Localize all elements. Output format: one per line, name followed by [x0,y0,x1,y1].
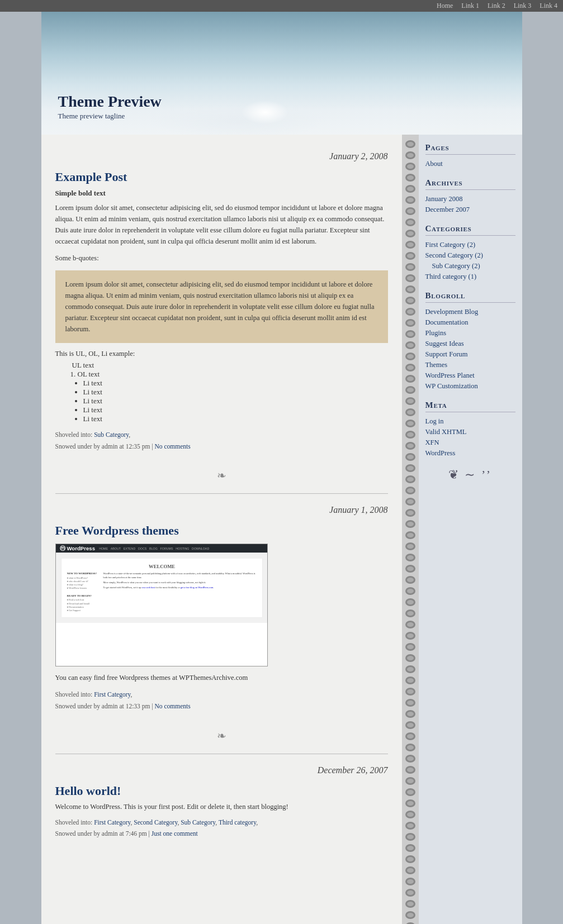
wp-link-1: on a web host [141,586,155,589]
sidebar-item-subcat[interactable]: Sub Category (2) [432,261,515,270]
spiral-ring [405,140,415,148]
category-link-3b[interactable]: Second Category [134,819,177,826]
spiral-ring [405,285,415,293]
spiral-ring [405,744,415,751]
sidebar-link-about[interactable]: About [425,160,443,168]
wp-left-text-8: ♦ Get Support [67,609,99,612]
spiral-ring [405,777,415,785]
sidebar-item-secondcat[interactable]: Second Category (2) [425,251,515,260]
post-title-2[interactable]: Free Wordpress themes [55,523,388,538]
sidebar-link-wordpress[interactable]: WordPress [425,449,456,457]
category-link-3d[interactable]: Third category [219,819,256,826]
post-title-link-2[interactable]: Free Wordpress themes [55,523,179,537]
sidebar-item-supportforum[interactable]: Support Forum [425,350,515,359]
post-date-1: January 2, 2008 [55,151,388,161]
sidebar-link-dec2007[interactable]: December 2007 [425,206,470,213]
category-link-2[interactable]: First Category [94,691,130,698]
spiral-ring [405,788,415,796]
post-meta-2: Shoveled into: First Category, Snowed un… [55,689,388,712]
spiral-ring [405,464,415,472]
post-title-3[interactable]: Hello world! [55,784,388,798]
category-link-3c[interactable]: Sub Category [181,819,215,826]
sidebar-archives-list: January 2008 December 2007 [425,194,515,214]
spiral-ring [405,889,415,897]
category-link-1[interactable]: Sub Category [94,431,129,438]
sidebar-decoration: ❦ ∼ ’’ [425,468,515,482]
wp-link-2: get a free blog on WordPress.com [180,586,212,589]
sidebar-blogroll-title: Blogroll [425,291,515,303]
top-navigation: Home Link 1 Link 2 Link 3 Link 4 [0,0,563,12]
sidebar-pages-title: Pages [425,143,515,155]
sidebar-item-firstcat[interactable]: First Category (2) [425,240,515,249]
sidebar-link-thirdcat[interactable]: Third category (1) [425,273,477,280]
sidebar-link-themes[interactable]: Themes [425,361,448,369]
spiral-binding [402,135,419,924]
sidebar-item-about[interactable]: About [425,159,515,168]
nav-link1[interactable]: Link 1 [461,2,479,9]
site-title[interactable]: Theme Preview [58,93,162,111]
spiral-ring [405,755,415,763]
post-blockquote-1: Lorem ipsum dolor sit amet, consectetur … [55,270,388,343]
wp-right-text-1: WordPress is a state-of-the-art semantic… [103,572,257,579]
sidebar-meta-list: Log in Valid XHTML XFN WordPress [425,417,515,458]
sidebar-item-plugins[interactable]: Plugins [425,328,515,337]
spiral-ring [405,554,415,561]
sidebar-item-wordpress[interactable]: WordPress [425,449,515,458]
sidebar-item-xhtml[interactable]: Valid XHTML [425,427,515,436]
spiral-ring [405,386,415,394]
post-lists-1: UL text OL text Li text Li text Li text … [67,361,388,423]
sidebar-item-jan2008[interactable]: January 2008 [425,194,515,203]
sidebar-item-xfn[interactable]: XFN [425,438,515,447]
li-item: Li text [83,415,388,423]
sidebar-item-wpcustom[interactable]: WP Customization [425,382,515,390]
post-separator-1 [55,493,388,494]
nav-home[interactable]: Home [437,2,453,9]
sidebar-link-login[interactable]: Log in [425,417,444,425]
sidebar-link-docs[interactable]: Documentation [425,318,469,326]
post-bold-1: Simple bold text [55,189,388,198]
sidebar-link-xfn[interactable]: XFN [425,439,439,446]
comments-link-2[interactable]: No comments [154,703,190,709]
spiral-ring [405,520,415,528]
sidebar-link-plugins[interactable]: Plugins [425,329,447,337]
sidebar-item-themes[interactable]: Themes [425,360,515,369]
sidebar-item-login[interactable]: Log in [425,417,515,426]
post-divider-1: ❧ [55,469,388,482]
nav-link3[interactable]: Link 3 [514,2,532,9]
snowed-under-2: Snowed under by admin at 12:33 pm | [55,703,153,709]
category-link-3a[interactable]: First Category [94,819,130,826]
sidebar-item-wpplanet[interactable]: WordPress Planet [425,371,515,380]
sidebar-link-wpplanet[interactable]: WordPress Planet [425,371,475,379]
sidebar-link-wpcustom[interactable]: WP Customization [425,382,478,390]
spiral-ring [405,431,415,439]
sidebar-item-devblog[interactable]: Development Blog [425,307,515,316]
sidebar-link-devblog[interactable]: Development Blog [425,308,479,316]
post-divider-2: ❧ [55,729,388,742]
spiral-ring [405,609,415,617]
post-title-link-1[interactable]: Example Post [55,170,127,184]
sidebar-item-suggest[interactable]: Suggest Ideas [425,339,515,348]
snowed-under-1: Snowed under by admin at 12:35 pm | [55,443,153,450]
sidebar-link-secondcat[interactable]: Second Category (2) [425,251,483,259]
comments-link-1[interactable]: No comments [154,443,190,450]
sidebar-link-jan2008[interactable]: January 2008 [425,195,463,203]
comments-link-3[interactable]: Just one comment [152,830,198,837]
spiral-ring [405,900,415,908]
post-title-link-3[interactable]: Hello world! [55,784,121,798]
nav-link4[interactable]: Link 4 [540,2,557,9]
sidebar-item-dec2007[interactable]: December 2007 [425,205,515,214]
sidebar-item-thirdcat[interactable]: Third category (1) [425,272,515,281]
sidebar-item-docs[interactable]: Documentation [425,318,515,327]
sidebar-link-firstcat[interactable]: First Category (2) [425,241,476,249]
spiral-ring [405,375,415,383]
sidebar-link-suggest[interactable]: Suggest Ideas [425,340,464,347]
sidebar-link-xhtml[interactable]: Valid XHTML [425,428,467,436]
nav-link2[interactable]: Link 2 [488,2,505,9]
sidebar-link-supportforum[interactable]: Support Forum [425,350,468,358]
post-title-1[interactable]: Example Post [55,170,388,184]
sidebar-link-subcat[interactable]: Sub Category (2) [432,262,480,270]
wp-ready: READY TO BEGIN? [67,594,99,597]
wp-new-to: NEW TO WORDPRESS? [67,572,99,575]
spiral-ring [405,911,415,919]
post-date-3: December 26, 2007 [55,765,388,775]
